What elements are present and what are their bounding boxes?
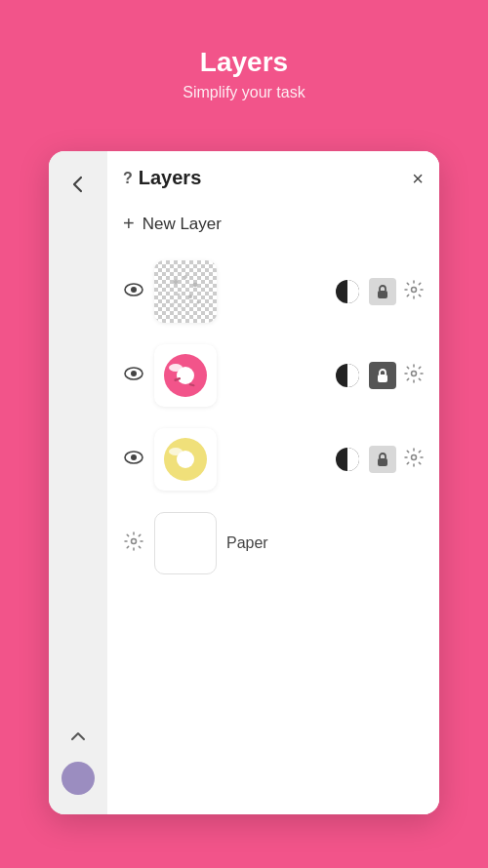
panel-header: ? Layers × (123, 167, 424, 189)
layer-thumbnail-3[interactable] (154, 428, 217, 491)
lock-icon[interactable] (369, 278, 396, 305)
svg-rect-18 (378, 291, 387, 298)
svg-point-10 (184, 276, 187, 279)
paper-thumbnail[interactable] (154, 512, 217, 574)
paper-label: Paper (226, 534, 268, 552)
chevron-up-icon[interactable] (67, 726, 89, 752)
header-subtitle: Simplify your task (0, 84, 488, 101)
svg-point-15 (197, 301, 200, 304)
lock-icon[interactable] (369, 446, 396, 473)
svg-point-38 (132, 538, 137, 543)
settings-icon[interactable] (404, 448, 424, 472)
svg-point-34 (169, 448, 183, 455)
blend-mode-icon[interactable] (334, 362, 361, 389)
svg-point-11 (193, 283, 197, 287)
svg-point-8 (131, 287, 137, 293)
paper-settings-icon[interactable] (123, 532, 144, 556)
layers-panel: ? Layers × + New Layer (107, 151, 439, 814)
back-button[interactable] (61, 167, 96, 202)
left-sidebar (49, 151, 107, 814)
layer-2-controls (334, 362, 424, 389)
layer-thumbnail-2[interactable] (154, 344, 217, 407)
header-title: Layers (0, 47, 488, 78)
svg-point-19 (412, 287, 417, 292)
svg-point-13 (188, 295, 192, 298)
layer-row (123, 424, 424, 494)
svg-point-31 (131, 454, 137, 460)
layer-3-controls (334, 446, 424, 473)
blend-mode-icon[interactable] (334, 446, 361, 473)
eye-icon[interactable] (123, 366, 144, 385)
help-icon[interactable]: ? (123, 170, 133, 187)
panel-title-row: ? Layers (123, 167, 201, 189)
layer-thumbnail-1[interactable] (154, 260, 217, 323)
settings-icon[interactable] (404, 280, 424, 304)
blend-mode-icon[interactable] (334, 278, 361, 305)
svg-point-16 (182, 307, 184, 310)
lock-icon[interactable] (369, 362, 396, 389)
svg-point-14 (172, 303, 175, 306)
svg-rect-28 (378, 375, 387, 382)
layer-row (123, 256, 424, 327)
layer-1-controls (334, 278, 424, 305)
eye-icon[interactable] (123, 450, 144, 469)
app-frame: ? Layers × + New Layer (49, 151, 439, 814)
svg-rect-36 (378, 458, 387, 466)
new-layer-label: New Layer (142, 215, 222, 234)
svg-point-12 (178, 294, 181, 296)
panel-title: Layers (139, 167, 202, 189)
svg-point-37 (412, 454, 417, 459)
svg-point-9 (174, 280, 178, 284)
close-button[interactable]: × (412, 169, 424, 188)
paper-row: Paper (123, 508, 424, 578)
color-picker-dot[interactable] (61, 762, 95, 795)
svg-point-29 (412, 371, 417, 375)
svg-point-21 (131, 371, 137, 376)
svg-point-24 (169, 364, 183, 372)
header-section: Layers Simplify your task (0, 0, 488, 125)
new-layer-plus-icon: + (123, 213, 135, 235)
new-layer-button[interactable]: + New Layer (123, 209, 424, 239)
layer-row (123, 340, 424, 411)
eye-icon[interactable] (123, 282, 144, 301)
settings-icon[interactable] (404, 364, 424, 388)
left-strip-bottom (49, 726, 107, 795)
